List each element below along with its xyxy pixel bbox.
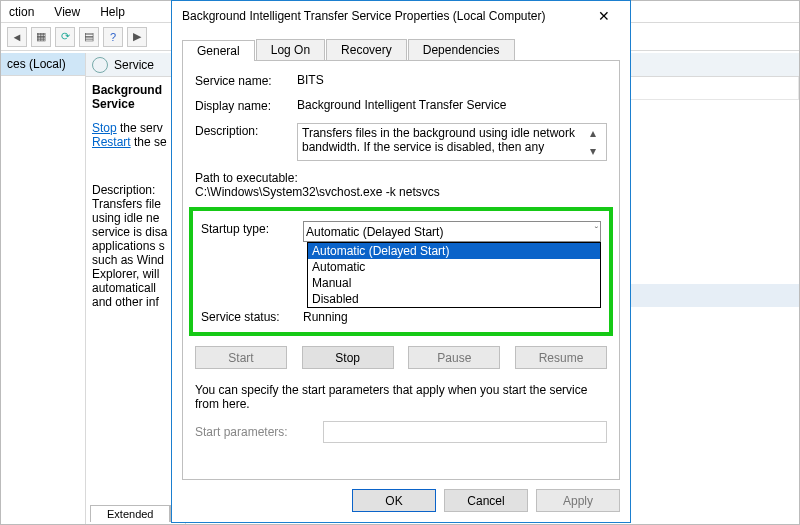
scroll-down-icon[interactable]: ▾ [590, 144, 604, 158]
scroll-up-icon[interactable]: ▴ [590, 126, 604, 140]
tab-log-on[interactable]: Log On [256, 39, 325, 60]
start-params-note: You can specify the start parameters tha… [195, 383, 607, 411]
resume-button: Resume [515, 346, 607, 369]
ok-button[interactable]: OK [352, 489, 436, 512]
tab-recovery[interactable]: Recovery [326, 39, 407, 60]
restart-tail: the se [131, 135, 167, 149]
service-status-label: Service status: [201, 310, 303, 324]
path-label: Path to executable: [195, 171, 607, 185]
display-name-label: Display name: [195, 98, 297, 113]
detail-desc-body: Transfers file using idle ne service is … [92, 197, 181, 309]
path-value: C:\Windows\System32\svchost.exe -k netsv… [195, 185, 607, 199]
services-tree: ces (Local) [1, 53, 86, 524]
startup-type-selected: Automatic (Delayed Start) [306, 225, 443, 239]
close-icon[interactable]: ✕ [584, 4, 624, 28]
restart-service-link[interactable]: Restart [92, 135, 131, 149]
service-properties-dialog: Background Intelligent Transfer Service … [171, 0, 631, 523]
tree-services-local[interactable]: ces (Local) [1, 53, 85, 76]
stop-button[interactable]: Stop [302, 346, 394, 369]
chevron-down-icon: ˇ [595, 226, 598, 237]
services-header-label: Service [114, 58, 154, 72]
option-disabled[interactable]: Disabled [308, 291, 600, 307]
service-status-value: Running [303, 310, 348, 324]
menu-view[interactable]: View [52, 3, 82, 21]
apply-button: Apply [536, 489, 620, 512]
tab-dependencies[interactable]: Dependencies [408, 39, 515, 60]
start-params-input [323, 421, 607, 443]
detail-title: Background Service [92, 83, 181, 111]
dialog-title: Background Intelligent Transfer Service … [182, 9, 584, 23]
menu-help[interactable]: Help [98, 3, 127, 21]
start-params-label: Start parameters: [195, 425, 323, 439]
description-label: Description: [195, 123, 297, 138]
detail-desc-label: Description: [92, 183, 181, 197]
tab-extended[interactable]: Extended [90, 505, 170, 522]
tab-pane-general: Service name: BITS Display name: Backgro… [182, 60, 620, 480]
startup-type-dropdown[interactable]: Automatic (Delayed Start) Automatic Manu… [307, 242, 601, 308]
service-name-value: BITS [297, 73, 607, 87]
description-textarea[interactable]: Transfers files in the background using … [297, 123, 607, 161]
properties-icon[interactable]: ▦ [31, 27, 51, 47]
option-automatic-delayed[interactable]: Automatic (Delayed Start) [308, 243, 600, 259]
pause-button: Pause [408, 346, 500, 369]
back-icon[interactable]: ◄ [7, 27, 27, 47]
start-service-icon[interactable]: ▶ [127, 27, 147, 47]
search-icon [92, 57, 108, 73]
startup-type-label: Startup type: [201, 221, 303, 236]
cancel-button[interactable]: Cancel [444, 489, 528, 512]
dialog-tabs: General Log On Recovery Dependencies [182, 39, 620, 60]
start-button: Start [195, 346, 287, 369]
refresh-icon[interactable]: ⟳ [55, 27, 75, 47]
stop-service-link[interactable]: Stop [92, 121, 117, 135]
export-icon[interactable]: ▤ [79, 27, 99, 47]
option-manual[interactable]: Manual [308, 275, 600, 291]
help-icon[interactable]: ? [103, 27, 123, 47]
stop-tail: the serv [117, 121, 163, 135]
tab-general[interactable]: General [182, 40, 255, 61]
startup-type-group: Startup type: Automatic (Delayed Start) … [189, 207, 613, 336]
description-text: Transfers files in the background using … [302, 126, 575, 154]
display-name-value: Background Intelligent Transfer Service [297, 98, 607, 112]
option-automatic[interactable]: Automatic [308, 259, 600, 275]
startup-type-select[interactable]: Automatic (Delayed Start) ˇ [303, 221, 601, 242]
service-name-label: Service name: [195, 73, 297, 88]
menu-action[interactable]: ction [7, 3, 36, 21]
